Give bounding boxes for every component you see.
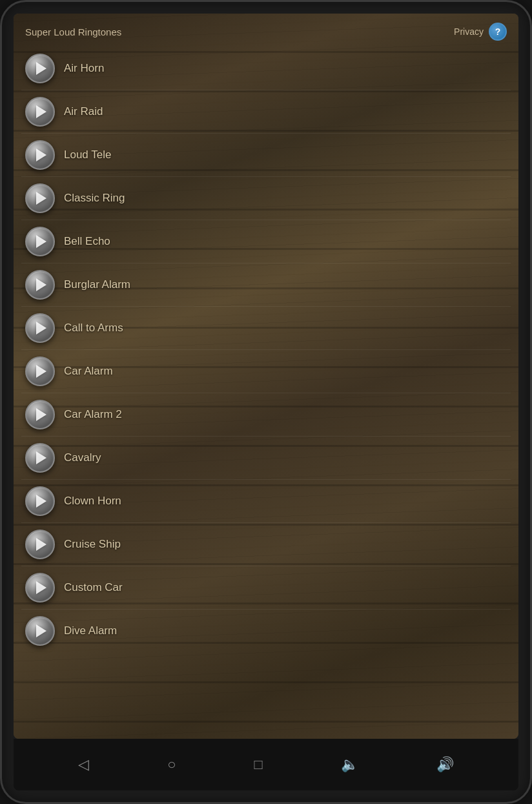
play-button-7[interactable]: [25, 313, 55, 343]
home-button[interactable]: ○: [167, 756, 176, 773]
play-button-8[interactable]: [25, 356, 55, 386]
play-button-1[interactable]: [25, 54, 55, 83]
recents-button[interactable]: □: [254, 756, 262, 773]
ringtone-name: Car Alarm 2: [64, 408, 122, 421]
ringtone-item[interactable]: Burglar Alarm: [21, 263, 511, 307]
play-button-3[interactable]: [25, 140, 55, 170]
app-screen: Super Loud Ringtones Privacy ? Air HornA…: [14, 14, 518, 739]
device-frame: Super Loud Ringtones Privacy ? Air HornA…: [0, 0, 532, 804]
play-button-2[interactable]: [25, 97, 55, 127]
play-button-9[interactable]: [25, 400, 55, 429]
play-button-10[interactable]: [25, 443, 55, 473]
play-triangle-icon: [36, 149, 46, 161]
ringtone-name: Bell Echo: [64, 235, 110, 248]
play-button-12[interactable]: [25, 530, 55, 559]
play-triangle-icon: [36, 451, 46, 464]
ringtone-name: Custom Car: [64, 581, 123, 594]
play-triangle-icon: [36, 278, 46, 291]
play-triangle-icon: [36, 365, 46, 378]
ringtone-name: Cavalry: [64, 451, 101, 464]
app-title: Super Loud Ringtones: [25, 26, 121, 37]
ringtone-name: Loud Tele: [64, 149, 111, 161]
ringtone-name: Air Horn: [64, 62, 104, 75]
play-triangle-icon: [36, 235, 46, 248]
ringtone-item[interactable]: Car Alarm 2: [21, 393, 511, 437]
ringtone-item[interactable]: Call to Arms: [21, 307, 511, 350]
ringtone-name: Classic Ring: [64, 192, 125, 205]
play-triangle-icon: [36, 105, 46, 118]
ringtone-item[interactable]: Cavalry: [21, 437, 511, 480]
play-button-6[interactable]: [25, 270, 55, 300]
volume-down-button[interactable]: 🔈: [341, 756, 358, 773]
ringtone-name: Cruise Ship: [64, 538, 121, 551]
play-button-5[interactable]: [25, 227, 55, 256]
ringtone-item[interactable]: Loud Tele: [21, 134, 511, 177]
ringtone-item[interactable]: Classic Ring: [21, 177, 511, 220]
play-triangle-icon: [36, 62, 46, 75]
back-button[interactable]: ◁: [78, 756, 89, 773]
ringtone-item[interactable]: Cruise Ship: [21, 523, 511, 566]
navigation-bar: ◁ ○ □ 🔈 🔊: [14, 739, 518, 790]
ringtone-name: Air Raid: [64, 105, 103, 118]
help-button[interactable]: ?: [489, 23, 507, 41]
ringtone-item[interactable]: Dive Alarm: [21, 610, 511, 652]
ringtone-name: Car Alarm: [64, 365, 113, 378]
ringtone-item[interactable]: Custom Car: [21, 566, 511, 610]
ringtone-item[interactable]: Air Horn: [21, 47, 511, 90]
ringtone-name: Dive Alarm: [64, 624, 117, 637]
play-triangle-icon: [36, 581, 46, 594]
ringtone-name: Call to Arms: [64, 322, 123, 335]
ringtone-item[interactable]: Clown Horn: [21, 480, 511, 523]
play-triangle-icon: [36, 495, 46, 508]
play-triangle-icon: [36, 322, 46, 335]
ringtone-item[interactable]: Air Raid: [21, 90, 511, 134]
play-triangle-icon: [36, 408, 46, 421]
play-triangle-icon: [36, 192, 46, 205]
app-header: Super Loud Ringtones Privacy ?: [14, 14, 518, 47]
volume-up-button[interactable]: 🔊: [436, 756, 454, 773]
play-button-14[interactable]: [25, 616, 55, 646]
ringtone-list: Air HornAir RaidLoud TeleClassic RingBel…: [14, 47, 518, 739]
play-button-4[interactable]: [25, 183, 55, 213]
ringtone-item[interactable]: Car Alarm: [21, 350, 511, 393]
header-right: Privacy ?: [454, 23, 507, 41]
play-button-13[interactable]: [25, 573, 55, 603]
ringtone-name: Clown Horn: [64, 495, 121, 508]
ringtone-item[interactable]: Bell Echo: [21, 220, 511, 263]
play-button-11[interactable]: [25, 486, 55, 516]
play-triangle-icon: [36, 624, 46, 637]
play-triangle-icon: [36, 538, 46, 551]
ringtone-name: Burglar Alarm: [64, 278, 130, 291]
privacy-link[interactable]: Privacy: [454, 26, 484, 37]
app-content: Super Loud Ringtones Privacy ? Air HornA…: [14, 14, 518, 739]
